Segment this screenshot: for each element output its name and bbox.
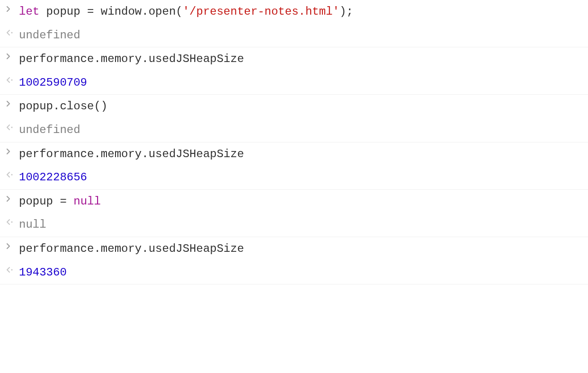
token-plain: popup <box>19 195 60 208</box>
token-punct: . <box>142 148 148 160</box>
console-output-text: null <box>19 217 583 233</box>
token-plain: performance <box>19 53 94 65</box>
token-undef: undefined <box>19 124 80 136</box>
token-punct: . <box>94 148 100 160</box>
console-output-row[interactable]: 1002590709 <box>0 71 588 95</box>
svg-point-1 <box>11 79 12 80</box>
console-input-row[interactable]: popup.close() <box>0 95 588 118</box>
token-num: 1002590709 <box>19 76 87 89</box>
token-punct: . <box>53 100 60 113</box>
token-nullv: null <box>19 218 46 231</box>
console-input-row[interactable]: let popup = window.open('/presenter-note… <box>0 0 588 24</box>
token-num: 1002228656 <box>19 171 87 184</box>
chevron-right-icon <box>4 51 19 60</box>
token-num: 1943360 <box>19 266 67 279</box>
token-plain: popup <box>39 5 87 18</box>
token-plain: usedJSHeapSize <box>149 53 244 65</box>
chevron-right-icon <box>4 146 19 155</box>
token-plain <box>67 195 73 208</box>
console-output-text: 1002590709 <box>19 75 583 91</box>
console-input-text: popup.close() <box>19 98 583 115</box>
devtools-console[interactable]: let popup = window.open('/presenter-note… <box>0 0 588 284</box>
token-punct: ) <box>339 5 346 18</box>
token-punct: = <box>60 195 66 208</box>
token-plain: usedJSHeapSize <box>149 242 244 255</box>
chevron-left-dot-icon <box>4 27 19 36</box>
token-kw-let: let <box>19 5 39 18</box>
chevron-right-icon <box>4 98 19 107</box>
token-punct: . <box>142 53 148 65</box>
token-punct: . <box>94 242 100 255</box>
token-punct: . <box>142 5 148 18</box>
svg-point-0 <box>11 32 12 33</box>
chevron-left-dot-icon <box>4 122 19 131</box>
token-plain: window <box>94 5 142 18</box>
svg-point-3 <box>11 174 12 176</box>
console-input-text: performance.memory.usedJSHeapSize <box>19 146 583 162</box>
token-plain: usedJSHeapSize <box>149 148 244 160</box>
chevron-right-icon <box>4 4 19 12</box>
console-output-text: undefined <box>19 122 583 138</box>
console-input-row[interactable]: performance.memory.usedJSHeapSize <box>0 142 588 166</box>
console-output-text: 1943360 <box>19 265 583 281</box>
chevron-left-dot-icon <box>4 217 19 225</box>
token-plain: memory <box>101 242 142 255</box>
token-plain: performance <box>19 242 94 255</box>
token-punct: = <box>87 5 94 18</box>
chevron-left-dot-icon <box>4 75 19 83</box>
console-input-row[interactable]: performance.memory.usedJSHeapSize <box>0 47 588 71</box>
console-output-text: undefined <box>19 27 583 44</box>
console-output-row[interactable]: 1943360 <box>0 261 588 285</box>
svg-point-5 <box>11 269 12 270</box>
console-input-text: performance.memory.usedJSHeapSize <box>19 241 583 257</box>
console-input-text: performance.memory.usedJSHeapSize <box>19 51 583 67</box>
token-plain: popup <box>19 100 53 113</box>
token-punct: () <box>94 100 107 113</box>
console-input-text: let popup = window.open('/presenter-note… <box>19 4 583 20</box>
console-input-text: popup = null <box>19 194 583 210</box>
token-str: '/presenter-notes.html' <box>183 5 339 18</box>
token-punct: ; <box>346 5 353 18</box>
token-punct: . <box>94 53 100 65</box>
token-punct: ( <box>176 5 182 18</box>
console-output-row[interactable]: undefined <box>0 24 588 48</box>
console-output-text: 1002228656 <box>19 169 583 186</box>
token-kw-null: null <box>73 195 101 208</box>
token-plain: memory <box>101 148 142 160</box>
chevron-left-dot-icon <box>4 265 19 273</box>
token-undef: undefined <box>19 29 80 42</box>
token-plain: memory <box>101 53 142 65</box>
console-output-row[interactable]: null <box>0 213 588 237</box>
token-punct: . <box>142 242 148 255</box>
console-output-row[interactable]: 1002228656 <box>0 166 588 190</box>
token-plain: performance <box>19 148 94 160</box>
chevron-right-icon <box>4 241 19 249</box>
svg-point-2 <box>11 126 12 128</box>
token-plain: close <box>60 100 94 113</box>
console-input-row[interactable]: performance.memory.usedJSHeapSize <box>0 237 588 261</box>
console-output-row[interactable]: undefined <box>0 118 588 142</box>
chevron-right-icon <box>4 194 19 202</box>
svg-point-4 <box>11 222 12 223</box>
token-plain: open <box>149 5 176 18</box>
chevron-left-dot-icon <box>4 169 19 178</box>
console-input-row[interactable]: popup = null <box>0 190 588 213</box>
